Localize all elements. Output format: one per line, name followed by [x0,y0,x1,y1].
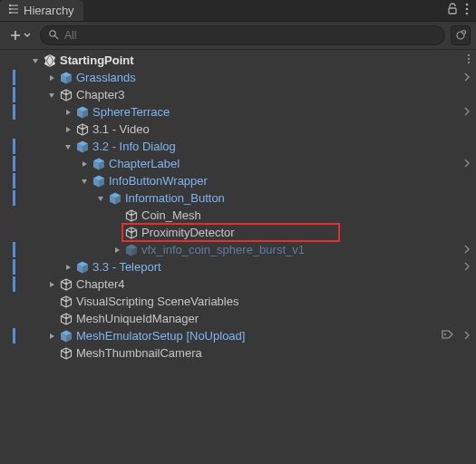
svg-point-7 [50,30,55,35]
svg-point-13 [444,334,446,335]
svg-point-2 [9,12,11,14]
svg-rect-3 [449,8,456,14]
expand-toggle[interactable] [96,194,107,203]
gameobject-cube-icon [124,208,139,223]
search-icon [48,29,59,43]
tree-row[interactable]: Information_Button [0,189,476,207]
chevron-down-icon [24,32,31,39]
expand-toggle[interactable] [31,56,42,65]
gameobject-cube-icon [75,122,90,137]
tree-row-label: 3.1 - Video [92,122,471,136]
open-prefab-icon[interactable] [458,72,471,84]
tree-row-label: SphereTerrace [92,105,458,119]
tree-row[interactable]: vfx_info_coin_sphere_burst_v1 [0,241,476,258]
tree-row-label: ProximityDetector [141,226,471,239]
hierarchy-tab-label: Hierarchy [24,4,74,17]
tree-row-label: MeshEmulatorSetup [NoUpload] [76,329,442,343]
search-box[interactable] [40,25,445,45]
hierarchy-tree[interactable]: StartingPoint Grasslands Chapter3 [0,50,476,464]
open-prefab-icon[interactable] [458,330,471,343]
expand-toggle[interactable] [47,332,58,341]
svg-point-0 [9,5,11,6]
tree-row[interactable]: 3.2 - Info Dialog [0,138,476,155]
prefab-cube-icon [75,260,90,275]
unity-icon [43,53,57,68]
tree-row[interactable]: Chapter4 [0,276,476,293]
tag-icon [442,329,454,343]
gameobject-cube-icon [59,295,73,309]
tree-row-label: vfx_info_coin_sphere_burst_v1 [141,243,458,256]
open-prefab-icon[interactable] [458,261,471,274]
prefab-cube-icon [92,157,106,171]
expand-toggle[interactable] [63,263,74,272]
gameobject-cube-icon [59,277,73,292]
tabbar: Hierarchy [0,0,476,22]
tree-row[interactable]: ProximityDetector [0,224,476,241]
gameobject-cube-icon [124,226,139,240]
expand-toggle[interactable] [112,246,123,255]
gameobject-cube-icon [59,346,73,361]
tree-row[interactable]: 3.3 - Teleport [0,258,476,276]
add-button[interactable] [5,27,34,44]
expand-toggle[interactable] [63,125,74,134]
tree-row-label: ChapterLabel [109,157,458,170]
tree-row[interactable]: Coin_Mesh [0,207,476,224]
svg-point-11 [468,58,470,60]
open-prefab-icon[interactable] [458,158,471,170]
kebab-icon[interactable] [458,53,471,67]
tree-row-label: InfoButtonWrapper [109,174,471,188]
tree-row-label: Coin_Mesh [141,208,471,222]
expand-toggle[interactable] [63,108,74,117]
svg-point-12 [468,62,470,63]
svg-point-6 [466,13,469,15]
hierarchy-tab[interactable]: Hierarchy [0,0,83,21]
prefab-cube-icon [75,105,90,120]
tree-row[interactable]: SphereTerrace [0,103,476,121]
prefab-cube-icon [124,243,139,257]
expand-toggle[interactable] [47,280,58,289]
hierarchy-icon [9,4,20,17]
prefab-cube-icon [59,71,73,85]
tree-row-label: Chapter3 [76,88,471,102]
tree-row-label: Chapter4 [76,277,471,291]
tree-row[interactable]: Chapter3 [0,86,476,103]
open-prefab-icon[interactable] [458,106,471,119]
tree-row-label: MeshUniqueIdManager [76,312,471,325]
tree-row[interactable]: InfoButtonWrapper [0,172,476,189]
tree-row[interactable]: ChapterLabel [0,155,476,172]
tree-row[interactable]: MeshThumbnailCamera [0,344,476,362]
search-input[interactable] [64,29,437,42]
svg-point-4 [466,4,469,6]
expand-toggle[interactable] [80,177,91,186]
tree-row-label: Grasslands [76,71,458,84]
tree-row-label: StartingPoint [60,53,458,67]
tree-row[interactable]: MeshUniqueIdManager [0,310,476,327]
tree-row[interactable]: Grasslands [0,69,476,86]
open-prefab-icon[interactable] [458,244,471,256]
tree-row[interactable]: MeshEmulatorSetup [NoUpload] [0,327,476,344]
tree-row-label: MeshThumbnailCamera [76,346,471,360]
expand-toggle[interactable] [80,160,91,169]
tree-row-label: 3.2 - Info Dialog [92,140,471,153]
tree-row-label: 3.3 - Teleport [92,260,458,274]
tree-row[interactable]: StartingPoint [0,52,476,69]
expand-toggle[interactable] [47,73,58,82]
svg-point-1 [9,8,11,10]
gameobject-cube-icon [59,88,73,102]
svg-point-9 [462,31,466,34]
prefab-cube-icon [75,140,90,154]
filter-by-type-button[interactable] [451,25,471,45]
tree-row-label: Information_Button [125,191,471,205]
expand-toggle[interactable] [47,91,58,100]
expand-toggle[interactable] [63,142,74,151]
kebab-icon[interactable] [465,3,469,18]
prefab-cube-icon [92,174,106,188]
lock-icon[interactable] [447,3,458,18]
svg-point-5 [466,8,469,11]
prefab-cube-icon [108,191,122,206]
toolbar [0,22,476,50]
gameobject-cube-icon [59,312,73,326]
tree-row[interactable]: 3.1 - Video [0,121,476,138]
tree-row-label: VisualScripting SceneVariables [76,295,471,308]
tree-row[interactable]: VisualScripting SceneVariables [0,293,476,310]
